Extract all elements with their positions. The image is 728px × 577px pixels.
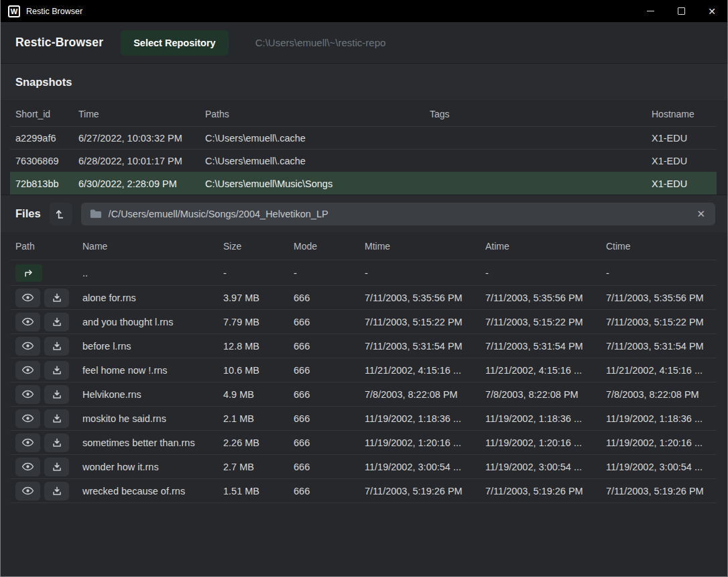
snapshot-hostname: X1-EDU — [646, 156, 717, 166]
download-icon — [52, 413, 62, 424]
file-ctime: 7/8/2003, 8:22:08 PM — [601, 389, 717, 400]
files-title: Files — [15, 207, 41, 220]
file-actions — [10, 433, 77, 452]
col-tags: Tags — [424, 109, 646, 119]
file-size: 12.8 MB — [218, 341, 288, 352]
file-mode: 666 — [288, 437, 359, 448]
file-row[interactable]: Helvikone.rns 4.9 MB 666 7/8/2003, 8:22:… — [10, 382, 717, 406]
file-row[interactable]: and you thought l.rns 7.79 MB 666 7/11/2… — [10, 309, 717, 333]
select-repository-button[interactable]: Select Repository — [121, 30, 229, 56]
maximize-icon — [678, 7, 685, 15]
eye-icon — [21, 413, 34, 423]
file-name: moskito he said.rns — [77, 413, 218, 424]
file-actions — [10, 385, 77, 404]
snapshot-row[interactable]: 72b813bb 6/30/2022, 2:28:09 PM C:\Users\… — [10, 172, 717, 195]
file-row[interactable]: sometimes better than.rns 2.26 MB 666 11… — [10, 430, 717, 454]
file-row[interactable]: wrecked because of.rns 1.51 MB 666 7/11/… — [10, 478, 717, 503]
app-toolbar: Restic-Browser Select Repository C:\User… — [1, 22, 727, 64]
file-mtime: 7/11/2003, 5:15:22 PM — [359, 317, 480, 327]
col-size: Size — [218, 241, 288, 252]
download-file-button[interactable] — [44, 337, 69, 356]
download-file-button[interactable] — [44, 458, 69, 476]
preview-file-button[interactable] — [15, 433, 40, 452]
file-atime: 7/11/2003, 5:19:26 PM — [480, 486, 601, 496]
file-actions — [10, 458, 77, 476]
file-row[interactable]: feel home now !.rns 10.6 MB 666 11/21/20… — [10, 358, 717, 382]
file-atime: 7/11/2003, 5:35:56 PM — [480, 293, 601, 303]
file-actions — [10, 288, 77, 307]
download-file-button[interactable] — [44, 433, 69, 452]
file-ctime: 7/11/2003, 5:35:56 PM — [601, 293, 717, 303]
file-atime: 11/19/2002, 1:18:36 ... — [480, 413, 601, 424]
preview-file-button[interactable] — [15, 361, 40, 380]
download-file-button[interactable] — [44, 361, 69, 380]
preview-file-button[interactable] — [15, 409, 40, 428]
file-mode: 666 — [288, 413, 359, 424]
file-atime: 11/21/2002, 4:15:16 ... — [480, 365, 601, 376]
file-mtime: 11/21/2002, 4:15:16 ... — [359, 365, 480, 376]
download-file-button[interactable] — [44, 482, 69, 501]
parent-mtime: - — [359, 268, 480, 278]
current-path-input[interactable]: /C/Users/emuell/Music/Songs/2004_Helveti… — [81, 203, 715, 225]
file-mode: 666 — [288, 317, 359, 327]
file-row[interactable]: alone for.rns 3.97 MB 666 7/11/2003, 5:3… — [10, 285, 717, 309]
arrow-up-icon — [55, 208, 66, 219]
snapshot-row[interactable]: a2299af6 6/27/2022, 10:03:32 PM C:\Users… — [10, 126, 717, 149]
parent-ctime: - — [601, 268, 717, 278]
close-icon: ✕ — [708, 7, 716, 16]
snapshots-title: Snapshots — [15, 76, 72, 89]
snapshot-short-id: 76306869 — [10, 156, 73, 166]
eye-icon — [21, 365, 34, 375]
file-size: 2.7 MB — [218, 462, 288, 472]
preview-file-button[interactable] — [15, 385, 40, 404]
file-row[interactable]: before l.rns 12.8 MB 666 7/11/2003, 5:31… — [10, 333, 717, 358]
files-section-header: Files /C/Users/emuell/Music/Songs/2004_H… — [1, 195, 727, 232]
preview-file-button[interactable] — [15, 482, 40, 501]
file-atime: 7/8/2003, 8:22:08 PM — [480, 389, 601, 400]
download-file-button[interactable] — [44, 288, 69, 307]
parent-atime: - — [480, 268, 601, 278]
file-mtime: 11/19/2002, 1:18:36 ... — [359, 413, 480, 424]
file-row[interactable]: wonder how it.rns 2.7 MB 666 11/19/2002,… — [10, 454, 717, 478]
maximize-button[interactable] — [666, 0, 696, 22]
col-name: Name — [77, 241, 218, 252]
preview-file-button[interactable] — [15, 458, 40, 476]
download-file-button[interactable] — [44, 385, 69, 404]
snapshot-time: 6/27/2022, 10:03:32 PM — [73, 133, 200, 144]
file-name: before l.rns — [77, 341, 218, 352]
clear-path-button[interactable]: ✕ — [695, 208, 707, 220]
file-actions — [10, 361, 77, 380]
snapshot-short-id: a2299af6 — [10, 133, 73, 144]
navigate-up-button[interactable] — [50, 203, 72, 225]
file-size: 2.26 MB — [218, 437, 288, 448]
arrow-up-right-icon — [23, 268, 35, 278]
file-ctime: 7/11/2003, 5:15:22 PM — [601, 317, 717, 327]
file-row[interactable]: moskito he said.rns 2.1 MB 666 11/19/200… — [10, 406, 717, 430]
close-button[interactable]: ✕ — [696, 0, 727, 22]
preview-file-button[interactable] — [15, 337, 40, 356]
window-title: Restic Browser — [26, 7, 82, 16]
download-icon — [52, 462, 62, 472]
file-size: 10.6 MB — [218, 365, 288, 376]
file-name: sometimes better than.rns — [77, 437, 218, 448]
col-paths: Paths — [200, 109, 424, 119]
file-mtime: 7/8/2003, 8:22:08 PM — [359, 389, 480, 400]
preview-file-button[interactable] — [15, 288, 40, 307]
download-file-button[interactable] — [44, 409, 69, 428]
eye-icon — [21, 486, 34, 496]
download-icon — [52, 365, 62, 376]
snapshot-hostname: X1-EDU — [646, 133, 717, 144]
minimize-button[interactable] — [635, 0, 666, 22]
file-ctime: 11/21/2002, 4:15:16 ... — [601, 365, 717, 376]
go-parent-directory-button[interactable] — [15, 264, 42, 282]
col-path: Path — [10, 241, 77, 252]
file-actions — [10, 409, 77, 428]
snapshot-time: 6/30/2022, 2:28:09 PM — [73, 178, 200, 189]
snapshot-row[interactable]: 76306869 6/28/2022, 10:01:17 PM C:\Users… — [10, 149, 717, 172]
file-mtime: 7/11/2003, 5:19:26 PM — [359, 486, 480, 496]
download-file-button[interactable] — [44, 313, 69, 331]
col-ctime: Ctime — [601, 241, 717, 252]
page-title: Restic-Browser — [15, 36, 103, 50]
preview-file-button[interactable] — [15, 313, 40, 331]
file-mode: 666 — [288, 462, 359, 472]
